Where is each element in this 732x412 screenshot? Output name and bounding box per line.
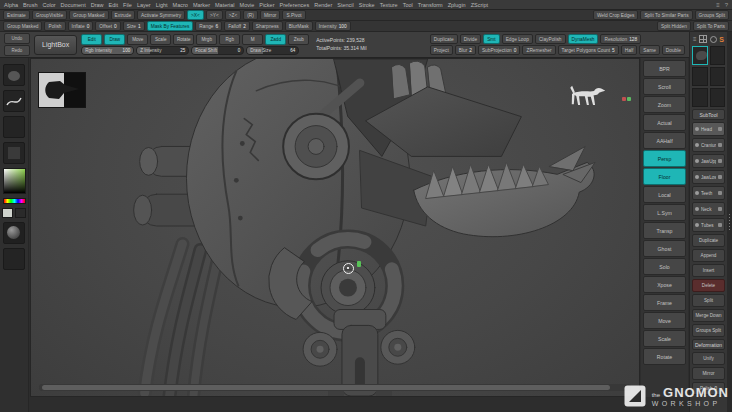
circle-icon[interactable] xyxy=(710,36,717,43)
right-shelf-button[interactable]: Floor xyxy=(643,168,686,185)
paint-mode-button[interactable]: Mrgb xyxy=(196,34,217,45)
tool-thumbnail[interactable] xyxy=(692,67,708,86)
eye-icon[interactable] xyxy=(695,159,699,163)
right-shelf-button[interactable]: Transp xyxy=(643,222,686,239)
geometry-button[interactable]: Same xyxy=(639,45,660,55)
subtool-row[interactable]: Cranium xyxy=(692,138,725,152)
geometry-button[interactable]: Blur 2 xyxy=(455,45,476,55)
viewport-canvas[interactable] xyxy=(30,58,640,397)
dock-button[interactable]: Groups Split xyxy=(695,10,729,20)
scrollbar-thumb[interactable] xyxy=(42,385,610,390)
help-icon[interactable]: ? xyxy=(725,2,728,8)
menu-item[interactable]: Material xyxy=(215,2,235,8)
subtool-action-button[interactable]: Duplicate xyxy=(692,234,725,247)
axis-gizmo[interactable] xyxy=(622,97,631,101)
geometry-button[interactable]: Duplicate xyxy=(430,34,458,44)
right-shelf-button[interactable]: Zoom xyxy=(643,96,686,113)
geometry-button[interactable]: Half xyxy=(621,45,638,55)
sculpt-toggle-icon[interactable] xyxy=(718,127,722,131)
alpha-thumbnail[interactable] xyxy=(3,116,25,138)
dock-button[interactable]: Estimate xyxy=(3,10,30,20)
right-shelf-button[interactable]: Move xyxy=(643,312,686,329)
paint-mode-button[interactable]: Rgb xyxy=(219,34,240,45)
stencil-thumbnail[interactable] xyxy=(3,248,25,270)
dock-button[interactable]: Split To Parts xyxy=(693,21,729,31)
shelf-slider[interactable]: Focal Shift 0 xyxy=(191,46,244,55)
texture-thumbnail[interactable] xyxy=(3,142,25,164)
dock-button[interactable]: Group Masked xyxy=(3,21,42,31)
subtool-action-button[interactable]: Insert xyxy=(692,264,725,277)
right-shelf-button[interactable]: Scroll xyxy=(643,78,686,95)
subtool-action-button[interactable]: Merge Down xyxy=(692,309,725,322)
dock-button[interactable]: Group Masked xyxy=(69,10,108,20)
deformation-button[interactable]: Mirror xyxy=(692,367,725,380)
menu-item[interactable]: Zplugin xyxy=(448,2,466,8)
geometry-button[interactable]: ZRemesher xyxy=(522,45,555,55)
dock-button[interactable]: GroupVisible xyxy=(32,10,67,20)
tool-thumbnail[interactable] xyxy=(710,88,726,107)
geometry-button[interactable]: Target Polygons Count 5 xyxy=(558,45,619,55)
subtool-action-button[interactable]: Append xyxy=(692,249,725,262)
spotlight-icon[interactable]: S xyxy=(719,36,724,43)
menu-item[interactable]: Draw xyxy=(91,2,104,8)
menu-item[interactable]: Stroke xyxy=(359,2,375,8)
geometry-button[interactable]: Resolution 128 xyxy=(600,34,641,44)
eye-icon[interactable] xyxy=(695,223,699,227)
menu-item[interactable]: Texture xyxy=(380,2,398,8)
menu-item[interactable]: Layer xyxy=(137,2,151,8)
dock-button[interactable]: Sharpness xyxy=(252,21,283,31)
dock-button[interactable]: Range 6 xyxy=(195,21,222,31)
dock-button[interactable]: Weld Crop Edges xyxy=(593,10,639,20)
right-shelf-button[interactable]: Local xyxy=(643,186,686,203)
tool-thumbnail[interactable] xyxy=(710,67,726,86)
right-shelf-button[interactable]: AAHalf xyxy=(643,132,686,149)
dock-button[interactable]: Split To Similar Parts xyxy=(640,10,692,20)
dock-button[interactable]: Activate Symmetry xyxy=(137,10,185,20)
color-picker[interactable] xyxy=(3,168,26,194)
mode-button[interactable]: Scale xyxy=(150,34,171,45)
dock-button[interactable]: Polish xyxy=(44,21,65,31)
mode-button[interactable]: Move xyxy=(127,34,148,45)
dock-button[interactable]: >Z< xyxy=(225,10,242,20)
right-shelf-button[interactable]: Scale xyxy=(643,330,686,347)
dock-button[interactable]: Falloff 2 xyxy=(224,21,250,31)
shelf-slider[interactable]: Draw Size 64 xyxy=(246,46,299,55)
subtool-row[interactable]: Tubes xyxy=(692,218,725,232)
menu-item[interactable]: Transform xyxy=(418,2,443,8)
subtool-action-button[interactable]: Groups Split xyxy=(692,324,725,337)
tool-thumbnail[interactable] xyxy=(692,88,708,107)
eye-icon[interactable] xyxy=(695,127,699,131)
deformation-button[interactable]: Unify xyxy=(692,352,725,365)
menu-item[interactable]: File xyxy=(123,2,132,8)
subtool-row[interactable]: JawLower xyxy=(692,170,725,184)
geometry-button[interactable]: SubProjection 0 xyxy=(478,45,521,55)
dock-button[interactable]: Extrude xyxy=(111,10,136,20)
stroke-thumbnail[interactable] xyxy=(3,90,25,112)
menu-item[interactable]: Document xyxy=(61,2,86,8)
mode-button[interactable]: Edit xyxy=(81,34,102,45)
subtool-action-button[interactable]: Split xyxy=(692,294,725,307)
menu-item[interactable]: ZScript xyxy=(471,2,488,8)
hamburger-icon[interactable]: ≡ xyxy=(693,36,697,42)
geometry-button[interactable]: ClayPolish xyxy=(535,34,566,44)
menu-item[interactable]: Stencil xyxy=(337,2,354,8)
shelf-slider[interactable]: Rgb Intensity 100 xyxy=(81,46,134,55)
menu-item[interactable]: Alpha xyxy=(4,2,18,8)
tray-divider[interactable] xyxy=(727,32,732,412)
menu-item[interactable]: Preferences xyxy=(280,2,310,8)
menu-item[interactable]: Color xyxy=(42,2,55,8)
mode-button[interactable]: Draw xyxy=(104,34,125,45)
dock-button[interactable]: Size 1 xyxy=(123,21,145,31)
right-shelf-button[interactable]: BPR xyxy=(643,60,686,77)
current-tool-thumbnail[interactable] xyxy=(692,46,708,65)
geometry-button[interactable]: Double xyxy=(662,45,685,55)
model-3d[interactable] xyxy=(31,59,639,396)
mini-button[interactable]: Redo xyxy=(4,45,30,56)
mini-button[interactable]: Undo xyxy=(4,33,30,44)
menu-item[interactable]: Edit xyxy=(109,2,118,8)
geometry-button[interactable]: Divide xyxy=(460,34,481,44)
right-shelf-button[interactable]: Actual xyxy=(643,114,686,131)
menu-item[interactable]: Brush xyxy=(23,2,37,8)
geometry-button[interactable]: DynaMesh xyxy=(568,34,599,44)
dock-button[interactable]: Intensity 100 xyxy=(315,21,351,31)
